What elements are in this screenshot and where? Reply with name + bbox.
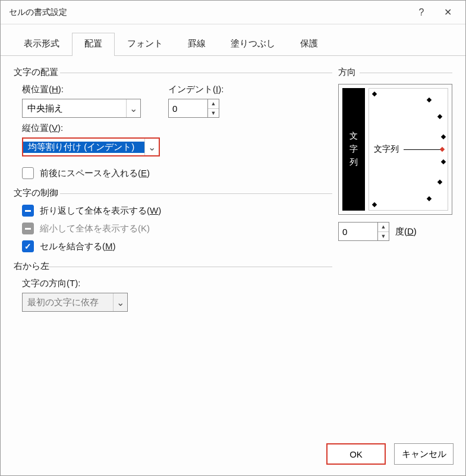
diamond-marker <box>441 134 446 139</box>
horizontal-label: 横位置(H): <box>22 84 150 95</box>
diamond-marker <box>427 196 432 201</box>
spinner-up-icon[interactable]: ▲ <box>378 223 389 232</box>
textdir-select[interactable]: 最初の文字に依存 ⌄ <box>22 293 128 312</box>
horizontal-select[interactable]: 中央揃え ⌄ <box>22 99 141 118</box>
wrap-checkbox-row[interactable]: 折り返して全体を表示する(W) <box>22 205 332 217</box>
ok-button[interactable]: OK <box>326 443 386 465</box>
diamond-marker <box>372 92 377 96</box>
tab-border[interactable]: 罫線 <box>175 33 218 55</box>
merge-label: セルを結合する(M) <box>40 241 116 252</box>
degree-input[interactable] <box>338 222 377 241</box>
help-button[interactable]: ? <box>408 3 434 22</box>
group-orientation: 方向 <box>338 67 452 78</box>
titlebar: セルの書式設定 ? ✕ <box>1 1 465 24</box>
orientation-vertical-button[interactable]: 文 字 列 <box>342 88 365 211</box>
dialog-footer: OK キャンセル <box>1 435 465 475</box>
tab-fill[interactable]: 塗りつぶし <box>218 33 288 55</box>
group-text-alignment: 文字の配置 <box>14 67 332 78</box>
space-label: 前後にスペースを入れる(E) <box>40 168 150 179</box>
merge-checkbox-row[interactable]: セルを結合する(M) <box>22 240 332 252</box>
format-cells-dialog: セルの書式設定 ? ✕ 表示形式 配置 フォント 罫線 塗りつぶし 保護 文字の… <box>0 0 466 476</box>
orientation-box: 文 字 列 文字列 <box>338 84 452 215</box>
tab-protection[interactable]: 保護 <box>288 33 330 55</box>
chevron-down-icon: ⌄ <box>126 99 140 117</box>
diamond-marker <box>441 159 446 164</box>
shrink-checkbox <box>22 223 34 234</box>
vertical-select[interactable]: 均等割り付け (インデント) ⌄ <box>22 137 160 156</box>
group-text-control: 文字の制御 <box>14 187 332 199</box>
diamond-marker <box>372 202 377 207</box>
degree-label: 度(D) <box>395 226 417 237</box>
shrink-checkbox-row: 縮小して全体を表示する(K) <box>22 223 332 234</box>
orientation-dial[interactable]: 文字列 <box>369 88 448 211</box>
tab-strip: 表示形式 配置 フォント 罫線 塗りつぶし 保護 <box>1 24 465 56</box>
diamond-marker <box>427 98 432 102</box>
tab-number[interactable]: 表示形式 <box>11 33 72 55</box>
chevron-down-icon: ⌄ <box>113 293 127 311</box>
merge-checkbox[interactable] <box>22 240 34 252</box>
space-checkbox[interactable] <box>22 167 34 179</box>
spinner-down-icon[interactable]: ▼ <box>208 109 219 118</box>
orientation-dial-label: 文字列 <box>374 144 399 155</box>
cancel-button[interactable]: キャンセル <box>394 443 454 465</box>
wrap-checkbox[interactable] <box>22 205 34 217</box>
vertical-label: 縦位置(V): <box>22 123 150 134</box>
indent-input[interactable] <box>168 99 207 118</box>
spinner-up-icon[interactable]: ▲ <box>208 99 219 109</box>
diamond-marker <box>437 114 442 119</box>
orientation-line <box>404 149 442 150</box>
indent-label: インデント(I): <box>168 84 223 95</box>
chevron-down-icon: ⌄ <box>144 139 159 155</box>
shrink-label: 縮小して全体を表示する(K) <box>40 223 150 234</box>
tab-font[interactable]: フォント <box>115 33 175 55</box>
textdir-label: 文字の方向(T): <box>22 278 332 289</box>
spinner-down-icon[interactable]: ▼ <box>378 232 389 241</box>
wrap-label: 折り返して全体を表示する(W) <box>40 205 161 217</box>
group-rtl: 右から左 <box>14 261 332 272</box>
close-button[interactable]: ✕ <box>434 3 461 22</box>
diamond-marker <box>437 180 442 184</box>
indent-spinner[interactable]: ▲▼ <box>168 99 223 118</box>
degree-spinner[interactable]: ▲▼ <box>338 222 389 241</box>
diamond-marker-current <box>440 147 445 152</box>
dialog-title: セルの書式設定 <box>9 7 408 18</box>
tab-alignment[interactable]: 配置 <box>72 33 115 55</box>
space-checkbox-row[interactable]: 前後にスペースを入れる(E) <box>22 167 332 179</box>
